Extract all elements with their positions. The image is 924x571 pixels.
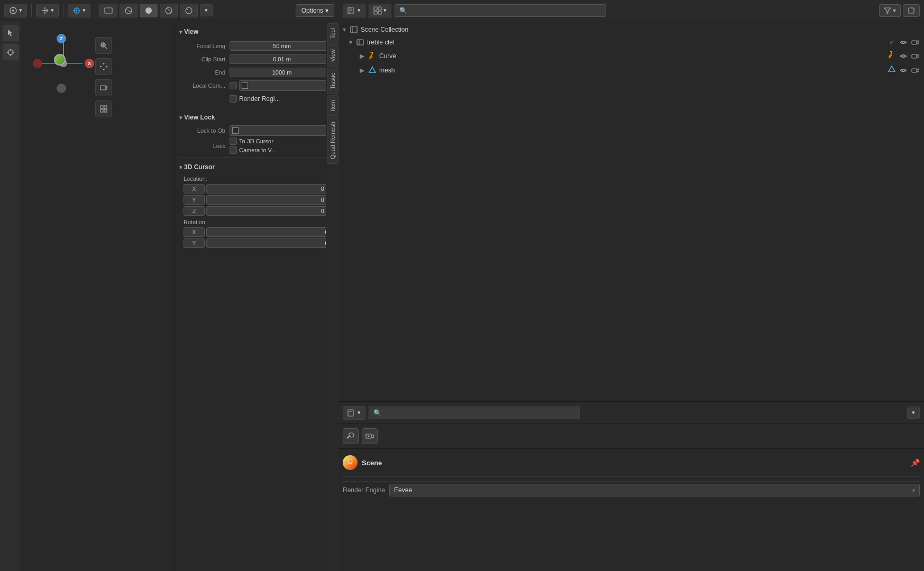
clip-start-label: Clip Start: [179, 56, 230, 62]
lock-to-ob-input[interactable]: ✏: [230, 125, 334, 136]
cursor-ry-row: Y 0°: [184, 238, 334, 248]
add-item-btn[interactable]: [903, 4, 920, 17]
cursor-ry-value[interactable]: 0°: [206, 238, 334, 248]
curve-camera-icon[interactable]: [910, 51, 920, 61]
local-cam-checkbox[interactable]: [230, 82, 237, 89]
view-lock-section-header[interactable]: ▾ View Lock: [179, 112, 334, 123]
tab-tissue[interactable]: Tissue: [327, 68, 339, 94]
cursor-y-value[interactable]: 0 m: [206, 195, 334, 205]
mesh-camera-icon[interactable]: [910, 66, 920, 75]
y-neg-axis-btn[interactable]: [57, 84, 66, 93]
divider-1: [179, 108, 334, 108]
svg-rect-23: [100, 109, 103, 112]
lock-row: Lock To 3D Cursor Camera to V...: [179, 137, 334, 154]
x-neg-axis-btn[interactable]: [33, 59, 42, 68]
svg-rect-33: [909, 8, 914, 13]
treble-clef-row[interactable]: ▾ treble clef ✓: [339, 36, 924, 49]
mesh-row[interactable]: ▶ mesh: [339, 63, 924, 77]
cursor-z-label: Z: [184, 206, 205, 216]
render-engine-value: Eevee: [394, 486, 412, 494]
right-panel: ▾ ▾ ▾ ▾: [339, 0, 924, 571]
outliner-display-btn[interactable]: ▾: [369, 4, 391, 17]
output-props-btn[interactable]: [362, 428, 378, 444]
cursor-header-left: ▾ 3D Cursor: [179, 163, 215, 171]
outliner-search[interactable]: [395, 4, 606, 17]
cursor-location-group: Location: X 0 m Y 0 m Z 0 m: [179, 176, 334, 216]
svg-point-10: [187, 9, 188, 10]
cursor-rx-label: X: [184, 227, 205, 237]
svg-rect-45: [348, 410, 353, 416]
tab-quad-remesh[interactable]: Quad Remesh: [327, 117, 339, 164]
treble-clef-eye-icon[interactable]: [899, 38, 908, 47]
cursor-rx-value[interactable]: 0°: [206, 227, 334, 237]
shading-btn-solid[interactable]: [140, 4, 158, 17]
camera-to-v-label: Camera to V...: [239, 147, 276, 153]
to-3d-cursor-checkbox[interactable]: [230, 137, 237, 145]
curve-eye-icon[interactable]: [899, 51, 908, 61]
x-axis-btn[interactable]: X: [85, 59, 94, 68]
shading-btn-mat[interactable]: [160, 4, 178, 17]
outliner-mode-btn[interactable]: ▾: [343, 4, 365, 17]
svg-rect-36: [357, 40, 363, 45]
props-collapse-btn[interactable]: ▾: [907, 407, 920, 419]
camera-to-v-checkbox[interactable]: [230, 146, 237, 154]
props-mode-btn[interactable]: ▾: [343, 406, 365, 420]
clip-start-value[interactable]: 0.01 m: [230, 54, 334, 64]
axis-gizmo[interactable]: Z X: [32, 32, 95, 100]
mesh-actions: [899, 66, 920, 75]
render-props-btn[interactable]: [343, 428, 359, 444]
camera-view-btn[interactable]: [95, 79, 112, 96]
render-view-btn[interactable]: [99, 4, 117, 17]
sidebar-tabs: Tool View Tissue Item Quad Remesh: [326, 21, 339, 571]
scene-icon: [343, 455, 358, 470]
pin-icon[interactable]: 📌: [911, 458, 920, 467]
treble-clef-camera-icon[interactable]: [910, 38, 920, 47]
props-icon-row: [339, 423, 924, 449]
clip-end-label: End: [179, 69, 230, 76]
cursor-section-header[interactable]: ▾ 3D Cursor ⋯: [179, 161, 334, 173]
props-search[interactable]: [369, 407, 580, 419]
scene-divider: [343, 476, 920, 477]
render-engine-select[interactable]: Eevee ▾: [389, 484, 920, 496]
view-section-header[interactable]: ▾ View ⋯: [179, 25, 334, 38]
cursor-x-value[interactable]: 0 m: [206, 184, 334, 194]
svg-rect-31: [374, 11, 377, 14]
snap-btn[interactable]: ▾: [68, 4, 90, 17]
mesh-eye-icon[interactable]: [899, 66, 908, 75]
tab-view[interactable]: View: [327, 44, 339, 67]
scene-collection-row[interactable]: ▾ Scene Collection: [339, 23, 924, 36]
select-tool-icon[interactable]: [3, 25, 19, 41]
curve-name: Curve: [379, 52, 881, 60]
outliner-mode-arrow: ▾: [358, 7, 361, 14]
pan-btn[interactable]: [95, 58, 112, 75]
svg-point-49: [348, 459, 352, 463]
svg-rect-20: [100, 86, 106, 90]
shading-btn-render[interactable]: [180, 4, 198, 17]
options-btn[interactable]: Options ▾: [296, 4, 334, 17]
cursor-x-row: X 0 m: [184, 184, 334, 194]
viewport-mode-btn[interactable]: ▾: [4, 4, 27, 17]
clip-end-value[interactable]: 1000 m: [230, 68, 334, 77]
zoom-in-btn[interactable]: [95, 37, 112, 54]
outliner-area: ▾ ▾ ▾ ▾: [339, 0, 924, 402]
cursor-tool-icon[interactable]: [3, 44, 19, 60]
treble-clef-icon: [355, 38, 365, 47]
render-regi-checkbox[interactable]: [230, 95, 237, 103]
cursor-z-value[interactable]: 0 m: [206, 206, 334, 216]
focal-length-value[interactable]: 50 mm: [230, 41, 334, 51]
tab-item[interactable]: Item: [327, 95, 339, 116]
shading-btn-wire[interactable]: [120, 4, 138, 17]
options-area: Options ▾: [296, 4, 334, 17]
curve-expand: ▶: [360, 52, 364, 60]
center-axis-btn[interactable]: [54, 54, 66, 66]
local-cam-field[interactable]: ✏: [239, 80, 334, 91]
left-viewport-panel: ▾ ▾ ▾ ▾ Options: [0, 0, 339, 571]
z-axis-btn[interactable]: Z: [57, 34, 66, 43]
shading-extra-btn[interactable]: ▾: [200, 4, 213, 16]
transform-btn[interactable]: ▾: [36, 4, 59, 17]
curve-row[interactable]: ▶ Curve: [339, 49, 924, 63]
grid-view-btn[interactable]: [95, 100, 112, 117]
tab-tool[interactable]: Tool: [327, 23, 339, 43]
filter-btn[interactable]: ▾: [879, 4, 901, 17]
treble-clef-check-icon[interactable]: ✓: [887, 38, 896, 47]
